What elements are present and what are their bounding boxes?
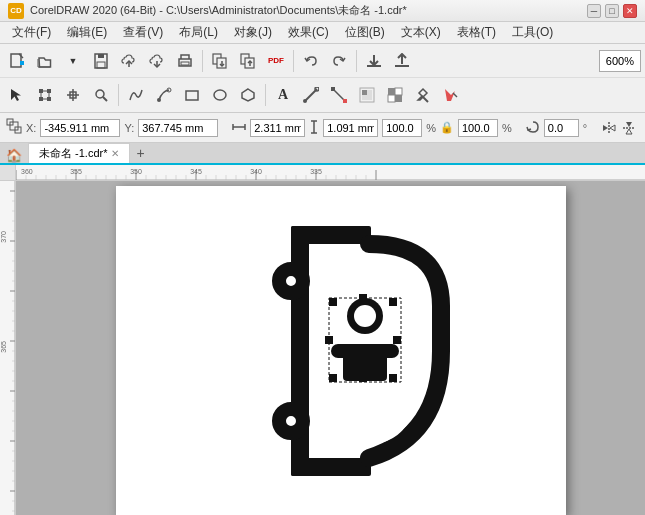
minimize-button[interactable]: ─ xyxy=(587,4,601,18)
tab-close-button[interactable]: ✕ xyxy=(111,148,119,159)
pdf-button[interactable]: PDF xyxy=(263,48,289,74)
svg-rect-20 xyxy=(39,89,43,93)
property-bar: X: Y: % 🔒 % ° 元 xyxy=(0,113,645,143)
svg-rect-148 xyxy=(291,458,371,476)
height-input[interactable] xyxy=(323,119,378,137)
svg-rect-18 xyxy=(395,65,409,67)
cloud-upload-button[interactable] xyxy=(116,48,142,74)
sep3 xyxy=(356,50,357,72)
smartfill-tool[interactable] xyxy=(354,82,380,108)
svg-text:355: 355 xyxy=(70,168,82,175)
menu-edit[interactable]: 编辑(E) xyxy=(59,22,115,43)
size-icon xyxy=(6,118,22,137)
connector-tool[interactable] xyxy=(326,82,352,108)
transform-tool[interactable] xyxy=(60,82,86,108)
ruler-horizontal: 355 350 345 34 xyxy=(16,165,645,181)
zoom-tool[interactable] xyxy=(88,82,114,108)
menu-file[interactable]: 文件(F) xyxy=(4,22,59,43)
percent-w: % xyxy=(426,122,436,134)
svg-point-36 xyxy=(214,90,226,100)
zoom-display[interactable]: 600% xyxy=(599,50,641,72)
import-button[interactable] xyxy=(207,48,233,74)
logo-graphic xyxy=(116,186,566,515)
new-button[interactable] xyxy=(4,48,30,74)
undo-button[interactable] xyxy=(298,48,324,74)
svg-text:340: 340 xyxy=(250,168,262,175)
width-input[interactable] xyxy=(250,119,305,137)
rotate-icon xyxy=(526,120,540,136)
svg-point-39 xyxy=(303,99,307,103)
svg-rect-53 xyxy=(10,122,18,130)
menu-table[interactable]: 表格(T) xyxy=(449,22,504,43)
svg-point-33 xyxy=(157,98,161,102)
app-icon: CD xyxy=(8,3,24,19)
svg-point-150 xyxy=(288,278,294,284)
scale-h-input[interactable] xyxy=(458,119,498,137)
fill-tool[interactable] xyxy=(438,82,464,108)
pen-tool[interactable] xyxy=(151,82,177,108)
menu-bitmap[interactable]: 位图(B) xyxy=(337,22,393,43)
text-tool[interactable]: A xyxy=(270,82,296,108)
paint-tool[interactable] xyxy=(410,82,436,108)
svg-rect-47 xyxy=(388,88,395,95)
ellipse-tool[interactable] xyxy=(207,82,233,108)
menu-effects[interactable]: 效果(C) xyxy=(280,22,337,43)
export-button[interactable] xyxy=(235,48,261,74)
svg-rect-43 xyxy=(343,99,347,103)
scale-w-input[interactable] xyxy=(382,119,422,137)
line-tool[interactable] xyxy=(298,82,324,108)
svg-point-31 xyxy=(96,90,104,98)
add-tab-button[interactable]: + xyxy=(130,143,150,163)
svg-rect-42 xyxy=(331,87,335,91)
width-icon xyxy=(232,122,246,134)
open-recent-button[interactable]: ▼ xyxy=(60,48,86,74)
redo-button[interactable] xyxy=(326,48,352,74)
cloud-download-button[interactable] xyxy=(144,48,170,74)
svg-text:335: 335 xyxy=(310,168,322,175)
svg-rect-164 xyxy=(393,336,401,344)
maximize-button[interactable]: □ xyxy=(605,4,619,18)
menu-layout[interactable]: 布局(L) xyxy=(171,22,226,43)
freehand-tool[interactable] xyxy=(123,82,149,108)
window-controls: ─ □ ✕ xyxy=(587,4,637,18)
toolbars: ▼ PDF 6 xyxy=(0,44,645,113)
svg-rect-35 xyxy=(186,91,198,100)
title-text: CorelDRAW 2020 (64-Bit) - C:\Users\Admin… xyxy=(30,3,587,18)
download-arrow[interactable] xyxy=(361,48,387,74)
menu-object[interactable]: 对象(J) xyxy=(226,22,280,43)
svg-rect-156 xyxy=(331,344,399,358)
y-label: Y: xyxy=(124,122,134,134)
height-icon xyxy=(309,120,319,136)
menu-text[interactable]: 文本(X) xyxy=(393,22,449,43)
menu-view[interactable]: 查看(V) xyxy=(115,22,171,43)
polygon-tool[interactable] xyxy=(235,82,261,108)
flip-v-button[interactable] xyxy=(621,118,637,138)
work-area[interactable] xyxy=(16,181,645,515)
lock-icon[interactable]: 🔒 xyxy=(440,121,454,134)
flip-h-button[interactable] xyxy=(601,118,617,138)
svg-marker-37 xyxy=(242,89,254,101)
degree-label: ° xyxy=(583,122,587,134)
node-edit-tool[interactable] xyxy=(32,82,58,108)
svg-line-32 xyxy=(103,97,107,101)
menu-tools[interactable]: 工具(O) xyxy=(504,22,561,43)
print-button[interactable] xyxy=(172,48,198,74)
rectangle-tool[interactable] xyxy=(179,82,205,108)
svg-rect-4 xyxy=(98,54,104,58)
upload-arrow[interactable] xyxy=(389,48,415,74)
x-input[interactable] xyxy=(40,119,120,137)
select-tool[interactable] xyxy=(4,82,30,108)
active-tab[interactable]: 未命名 -1.cdr* ✕ xyxy=(28,143,130,163)
close-button[interactable]: ✕ xyxy=(623,4,637,18)
rotate-input[interactable] xyxy=(544,119,579,137)
checker-tool[interactable] xyxy=(382,82,408,108)
svg-rect-22 xyxy=(39,97,43,101)
title-bar: CD CorelDRAW 2020 (64-Bit) - C:\Users\Ad… xyxy=(0,0,645,22)
save-button[interactable] xyxy=(88,48,114,74)
y-input[interactable] xyxy=(138,119,218,137)
canvas-page xyxy=(116,186,566,515)
svg-rect-158 xyxy=(389,298,397,306)
svg-rect-9 xyxy=(181,62,189,65)
open-button[interactable] xyxy=(32,48,58,74)
sep-t1 xyxy=(118,84,119,106)
